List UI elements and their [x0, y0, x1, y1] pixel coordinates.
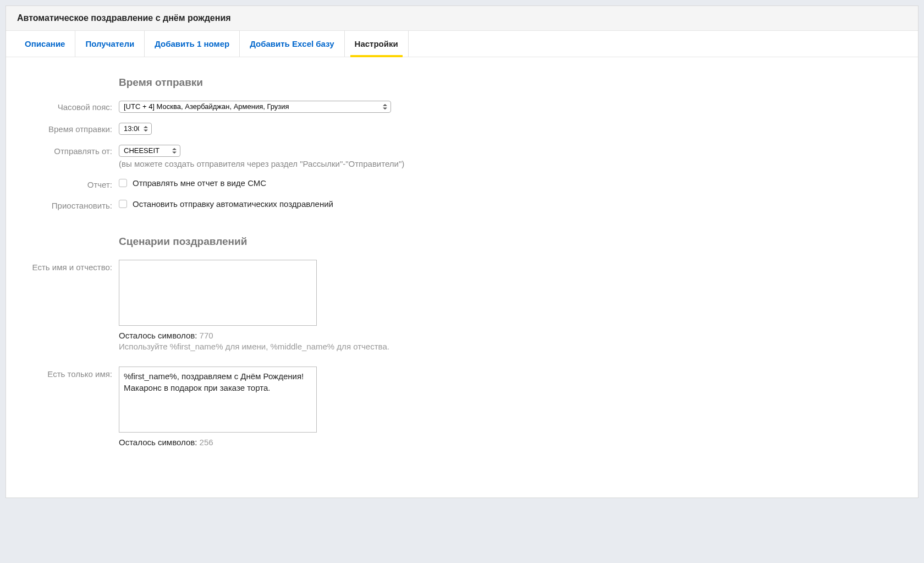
checkbox-suspend-label: Остановить отправку автоматических поздр…: [133, 199, 333, 209]
section-heading-sending-time: Время отправки: [119, 76, 907, 89]
counter-only-name: Осталось символов: 256: [119, 438, 548, 447]
label-timezone: Часовой пояс:: [17, 101, 119, 112]
label-send-time: Время отправки:: [17, 123, 119, 134]
tab-content: Время отправки Часовой пояс: [UTC + 4] М…: [6, 57, 918, 498]
tab-recipients[interactable]: Получатели: [75, 31, 145, 57]
textarea-only-name[interactable]: %first_name%, поздравляем с Днём Рождени…: [119, 367, 317, 433]
select-send-time[interactable]: 13:00: [119, 123, 152, 135]
checkbox-suspend[interactable]: [119, 200, 127, 208]
label-name-patronymic: Есть имя и отчество:: [17, 260, 119, 272]
select-timezone[interactable]: [UTC + 4] Москва, Азербайджан, Армения, …: [119, 101, 391, 113]
checkbox-report[interactable]: [119, 179, 127, 187]
select-sender[interactable]: CHEESEIT: [119, 145, 180, 157]
textarea-name-patronymic[interactable]: [119, 260, 317, 326]
tab-add-number[interactable]: Добавить 1 номер: [145, 31, 240, 57]
label-report: Отчет:: [17, 178, 119, 189]
counter-label-2: Осталось символов:: [119, 438, 197, 447]
tab-description[interactable]: Описание: [12, 31, 75, 57]
settings-panel: Автоматическое поздравление с днём рожде…: [6, 6, 919, 498]
label-sender: Отправлять от:: [17, 145, 119, 156]
section-heading-scenarios: Сценарии поздравлений: [119, 236, 907, 248]
checkbox-report-label: Отправлять мне отчет в виде СМС: [133, 178, 266, 188]
counter-value-1: 770: [200, 331, 213, 340]
counter-value-2: 256: [200, 438, 213, 447]
hint-name-patronymic: Используйте %first_name% для имени, %mid…: [119, 342, 548, 351]
counter-label-1: Осталось символов:: [119, 331, 197, 340]
tab-settings[interactable]: Настройки: [345, 31, 409, 57]
label-suspend: Приостановить:: [17, 199, 119, 210]
sender-hint: (вы можете создать отправителя через раз…: [119, 159, 548, 168]
tabs-nav: Описание Получатели Добавить 1 номер Доб…: [6, 31, 918, 57]
counter-name-patronymic: Осталось символов: 770: [119, 331, 548, 340]
page-title: Автоматическое поздравление с днём рожде…: [17, 13, 907, 23]
label-only-name: Есть только имя:: [17, 367, 119, 379]
tab-add-excel[interactable]: Добавить Excel базу: [240, 31, 344, 57]
panel-header: Автоматическое поздравление с днём рожде…: [6, 6, 918, 31]
